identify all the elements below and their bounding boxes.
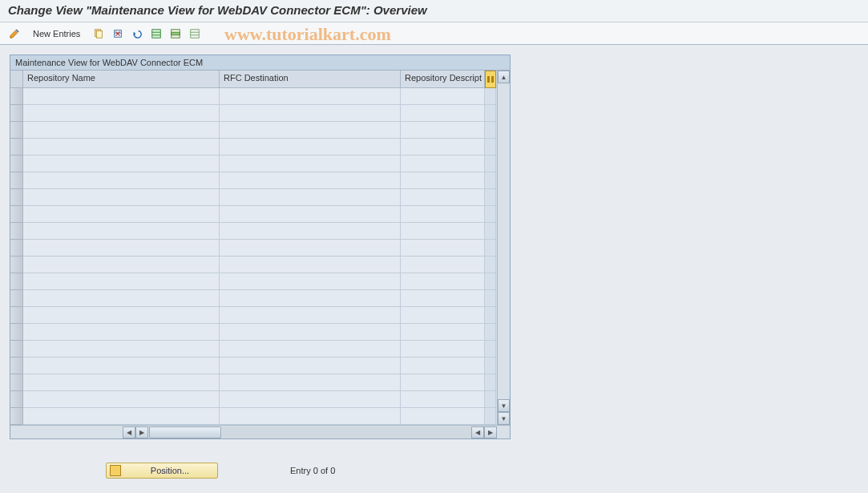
table-row[interactable] [23, 408, 497, 425]
table-row[interactable] [23, 105, 497, 122]
table-cell[interactable] [23, 257, 220, 273]
table-cell[interactable] [23, 122, 220, 139]
delete-button[interactable] [110, 26, 126, 42]
horizontal-scrollbar[interactable]: ◀ ▶ ◀ ▶ [10, 425, 510, 438]
row-selector[interactable] [10, 88, 23, 105]
table-cell[interactable] [23, 307, 220, 324]
table-cell[interactable] [220, 408, 401, 425]
row-selector-header[interactable] [10, 71, 23, 88]
table-cell[interactable] [220, 122, 401, 139]
hscroll-track[interactable] [222, 426, 471, 438]
table-cell[interactable] [401, 122, 485, 139]
table-row[interactable] [23, 172, 497, 189]
new-entries-button[interactable]: New Entries [26, 26, 87, 42]
table-cell[interactable] [401, 223, 485, 240]
table-cell[interactable] [220, 391, 401, 408]
table-row[interactable] [23, 122, 497, 139]
table-row[interactable] [23, 139, 497, 156]
column-header-rfc-destination[interactable]: RFC Destination [220, 71, 401, 88]
table-cell[interactable] [220, 139, 401, 156]
table-cell[interactable] [401, 391, 485, 408]
table-cell[interactable] [401, 257, 485, 273]
table-cell[interactable] [401, 341, 485, 358]
row-selector[interactable] [10, 139, 23, 156]
toggle-change-button[interactable] [6, 26, 22, 42]
table-cell[interactable] [23, 391, 220, 408]
table-cell[interactable] [23, 139, 220, 156]
table-cell[interactable] [401, 358, 485, 374]
table-cell[interactable] [401, 240, 485, 257]
row-selector[interactable] [10, 223, 23, 240]
table-cell[interactable] [401, 324, 485, 341]
copy-as-button[interactable] [91, 26, 107, 42]
vscroll-track[interactable] [498, 83, 510, 399]
table-row[interactable] [23, 324, 497, 341]
column-header-repository-name[interactable]: Repository Name [23, 71, 220, 88]
table-cell[interactable] [23, 105, 220, 122]
table-row[interactable] [23, 358, 497, 374]
row-selector[interactable] [10, 408, 23, 425]
scroll-up-button[interactable]: ▲ [498, 71, 510, 83]
row-selector[interactable] [10, 358, 23, 374]
row-selector[interactable] [10, 391, 23, 408]
table-cell[interactable] [23, 240, 220, 257]
scroll-right-step-button[interactable]: ▶ [135, 426, 148, 438]
row-selector[interactable] [10, 374, 23, 391]
table-cell[interactable] [401, 206, 485, 223]
table-cell[interactable] [401, 273, 485, 290]
undo-button[interactable] [129, 26, 145, 42]
table-row[interactable] [23, 206, 497, 223]
table-cell[interactable] [401, 88, 485, 105]
configure-columns-button[interactable] [485, 71, 496, 88]
table-cell[interactable] [220, 290, 401, 307]
row-selector[interactable] [10, 122, 23, 139]
table-cell[interactable] [401, 374, 485, 391]
table-cell[interactable] [23, 172, 220, 189]
row-selector[interactable] [10, 307, 23, 324]
select-block-button[interactable] [168, 26, 184, 42]
table-row[interactable] [23, 257, 497, 273]
table-cell[interactable] [220, 172, 401, 189]
table-cell[interactable] [401, 105, 485, 122]
hscroll-thumb[interactable] [149, 426, 221, 438]
row-selector[interactable] [10, 206, 23, 223]
table-cell[interactable] [220, 374, 401, 391]
table-cell[interactable] [401, 290, 485, 307]
table-row[interactable] [23, 307, 497, 324]
table-cell[interactable] [23, 341, 220, 358]
select-all-button[interactable] [148, 26, 164, 42]
row-selector[interactable] [10, 189, 23, 206]
table-cell[interactable] [220, 88, 401, 105]
deselect-all-button[interactable] [187, 26, 203, 42]
table-cell[interactable] [220, 273, 401, 290]
table-cell[interactable] [220, 240, 401, 257]
table-cell[interactable] [23, 374, 220, 391]
row-selector[interactable] [10, 257, 23, 273]
scroll-down-button-2[interactable]: ▼ [498, 412, 510, 425]
table-cell[interactable] [23, 223, 220, 240]
table-cell[interactable] [23, 273, 220, 290]
table-cell[interactable] [401, 408, 485, 425]
column-header-repository-descript[interactable]: Repository Descript [401, 71, 485, 88]
table-row[interactable] [23, 240, 497, 257]
table-row[interactable] [23, 156, 497, 172]
table-cell[interactable] [220, 358, 401, 374]
table-cell[interactable] [220, 324, 401, 341]
table-cell[interactable] [23, 324, 220, 341]
table-cell[interactable] [401, 189, 485, 206]
table-row[interactable] [23, 290, 497, 307]
row-selector[interactable] [10, 105, 23, 122]
table-cell[interactable] [220, 156, 401, 172]
row-selector[interactable] [10, 240, 23, 257]
table-cell[interactable] [220, 206, 401, 223]
table-row[interactable] [23, 273, 497, 290]
table-cell[interactable] [401, 139, 485, 156]
row-selector[interactable] [10, 273, 23, 290]
table-cell[interactable] [23, 156, 220, 172]
table-cell[interactable] [220, 223, 401, 240]
scroll-down-button[interactable]: ▼ [498, 399, 510, 412]
table-cell[interactable] [401, 307, 485, 324]
table-cell[interactable] [220, 105, 401, 122]
table-row[interactable] [23, 223, 497, 240]
row-selector[interactable] [10, 156, 23, 172]
